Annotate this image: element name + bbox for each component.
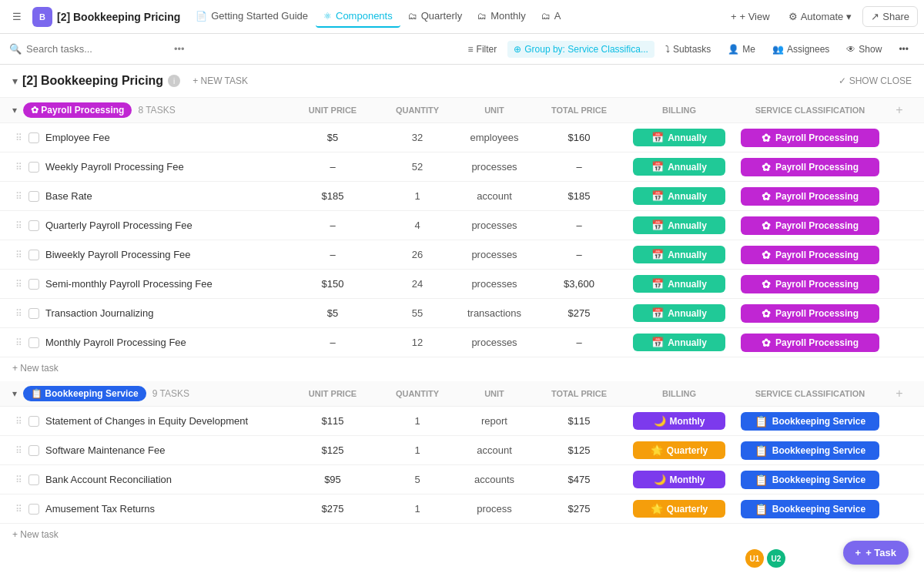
service-badge[interactable]: ✿ Payroll Processing (741, 334, 879, 352)
drag-handle-icon[interactable]: ⠿ (15, 474, 22, 485)
subtasks-button[interactable]: ⤵ Subtasks (659, 41, 717, 58)
service-badge[interactable]: 📋 Bookkeeping Service (741, 471, 879, 489)
task-name-label: Employee Fee (45, 132, 110, 143)
add-column-button-2[interactable]: + (887, 387, 912, 401)
drag-handle-icon[interactable]: ⠿ (15, 416, 22, 427)
automate-icon: ⚙ (788, 11, 798, 22)
service-badge[interactable]: ✿ Payroll Processing (741, 216, 879, 235)
task-unit: employees (456, 129, 533, 146)
avatar-row: U1 U2 (745, 549, 785, 568)
task-name-cell: ⠿ Semi-monthly Payroll Processing Fee (12, 272, 286, 296)
task-checkbox[interactable] (28, 504, 39, 515)
billing-icon: 🌟 (651, 444, 663, 456)
more-options-button[interactable]: ••• (892, 41, 915, 58)
show-close-button[interactable]: ✓ SHOW CLOSE (839, 75, 912, 86)
drag-handle-icon[interactable]: ⠿ (15, 191, 22, 202)
billing-label: Annually (668, 308, 707, 319)
drag-handle-icon[interactable]: ⠿ (15, 308, 22, 319)
task-checkbox[interactable] (28, 250, 39, 260)
col-header-unit-2: UNIT (456, 389, 533, 398)
new-task-link-payroll[interactable]: + New task (12, 363, 59, 374)
group-badge-bookkeeping[interactable]: 📋 Bookkeeping Service (23, 386, 146, 401)
billing-badge[interactable]: 🌟 Quarterly (633, 441, 725, 459)
group-bookkeeping-collapse-button[interactable]: ▾ (12, 388, 17, 399)
task-checkbox[interactable] (28, 474, 39, 485)
show-button[interactable]: 👁 Show (840, 41, 888, 58)
billing-badge[interactable]: 📅 Annually (633, 158, 725, 176)
filter-button[interactable]: ≡ Filter (462, 41, 504, 58)
project-collapse-button[interactable]: ▾ (12, 75, 18, 87)
billing-badge[interactable]: 📅 Annually (633, 129, 725, 146)
task-checkbox[interactable] (28, 279, 39, 290)
me-button[interactable]: 👤 Me (721, 41, 762, 58)
drag-handle-icon[interactable]: ⠿ (15, 504, 22, 515)
tab-monthly[interactable]: 🗂 Monthly (470, 5, 534, 28)
tab-a-icon: 🗂 (541, 11, 551, 22)
tab-a[interactable]: 🗂 A (534, 5, 569, 28)
new-task-link-bookkeeping[interactable]: + New task (12, 529, 59, 540)
search-input[interactable] (26, 43, 165, 55)
billing-label: Quarterly (667, 445, 708, 456)
group-payroll-header: ▾ ✿ Payroll Processing 8 TASKS UNIT PRIC… (0, 98, 924, 123)
tab-quarterly[interactable]: 🗂 Quarterly (400, 5, 470, 28)
task-checkbox[interactable] (28, 191, 39, 202)
task-checkbox[interactable] (28, 132, 39, 143)
sidebar-toggle-button[interactable]: ☰ (6, 6, 28, 28)
billing-badge[interactable]: 🌙 Monthly (633, 412, 725, 430)
service-badge[interactable]: 📋 Bookkeeping Service (741, 441, 879, 460)
group-collapse-button[interactable]: ▾ (12, 105, 17, 116)
service-badge[interactable]: ✿ Payroll Processing (741, 158, 879, 176)
service-badge[interactable]: ✿ Payroll Processing (741, 187, 879, 206)
billing-badge[interactable]: 📅 Annually (633, 334, 725, 351)
task-name-label: Weekly Payroll Processing Fee (45, 161, 184, 173)
task-checkbox[interactable] (28, 416, 39, 427)
drag-handle-icon[interactable]: ⠿ (15, 162, 22, 173)
service-badge[interactable]: ✿ Payroll Processing (741, 246, 879, 264)
task-total-price: $275 (533, 304, 625, 322)
service-badge[interactable]: 📋 Bookkeeping Service (741, 500, 879, 518)
task-checkbox[interactable] (28, 308, 39, 319)
service-badge[interactable]: 📋 Bookkeeping Service (741, 412, 879, 431)
billing-badge[interactable]: 📅 Annually (633, 304, 725, 322)
avatar-1: U1 (745, 549, 764, 568)
billing-label: Monthly (670, 474, 705, 485)
task-checkbox[interactable] (28, 162, 39, 173)
group-by-button[interactable]: ⊕ Group by: Service Classifica... (507, 41, 654, 58)
tab-components-icon: ⚛ (323, 11, 332, 22)
automate-button[interactable]: ⚙ Automate ▾ (781, 7, 860, 26)
col-header-quantity-2: QUANTITY (379, 389, 456, 398)
tab-getting-started[interactable]: 📄 Getting Started Guide (188, 5, 316, 28)
task-checkbox[interactable] (28, 220, 39, 231)
drag-handle-icon[interactable]: ⠿ (15, 337, 22, 348)
search-more-button[interactable]: ••• (169, 42, 189, 56)
service-badge[interactable]: ✿ Payroll Processing (741, 129, 879, 147)
billing-badge[interactable]: 🌙 Monthly (633, 471, 725, 488)
drag-handle-icon[interactable]: ⠿ (15, 279, 22, 290)
drag-handle-icon[interactable]: ⠿ (15, 132, 22, 143)
task-checkbox[interactable] (28, 337, 39, 348)
new-task-button[interactable]: + NEW TASK (185, 72, 256, 89)
task-row: ⠿ Bank Account Reconciliation $95 5 acco… (0, 465, 924, 495)
service-badge[interactable]: ✿ Payroll Processing (741, 275, 879, 293)
service-badge[interactable]: ✿ Payroll Processing (741, 304, 879, 323)
view-button[interactable]: + + View (723, 7, 778, 26)
task-billing-cell: 📅 Annually (625, 126, 733, 149)
drag-handle-icon[interactable]: ⠿ (15, 445, 22, 456)
task-checkbox[interactable] (28, 445, 39, 456)
add-column-button[interactable]: + (887, 103, 912, 117)
billing-badge[interactable]: 📅 Annually (633, 275, 725, 293)
billing-badge[interactable]: 📅 Annually (633, 216, 725, 234)
project-info-button[interactable]: i (168, 75, 180, 87)
drag-handle-icon[interactable]: ⠿ (15, 250, 22, 260)
billing-badge[interactable]: 📅 Annually (633, 246, 725, 263)
task-unit-price: – (286, 158, 379, 176)
assignees-button[interactable]: 👥 Assignees (766, 41, 835, 58)
floating-task-button[interactable]: + + Task (843, 541, 909, 565)
billing-badge[interactable]: 📅 Annually (633, 187, 725, 205)
group-badge-payroll[interactable]: ✿ Payroll Processing (23, 102, 132, 118)
billing-badge[interactable]: 🌟 Quarterly (633, 500, 725, 518)
billing-label: Quarterly (667, 504, 708, 515)
drag-handle-icon[interactable]: ⠿ (15, 220, 22, 231)
share-button[interactable]: ↗ Share (862, 6, 918, 27)
tab-components[interactable]: ⚛ Components (316, 5, 400, 28)
